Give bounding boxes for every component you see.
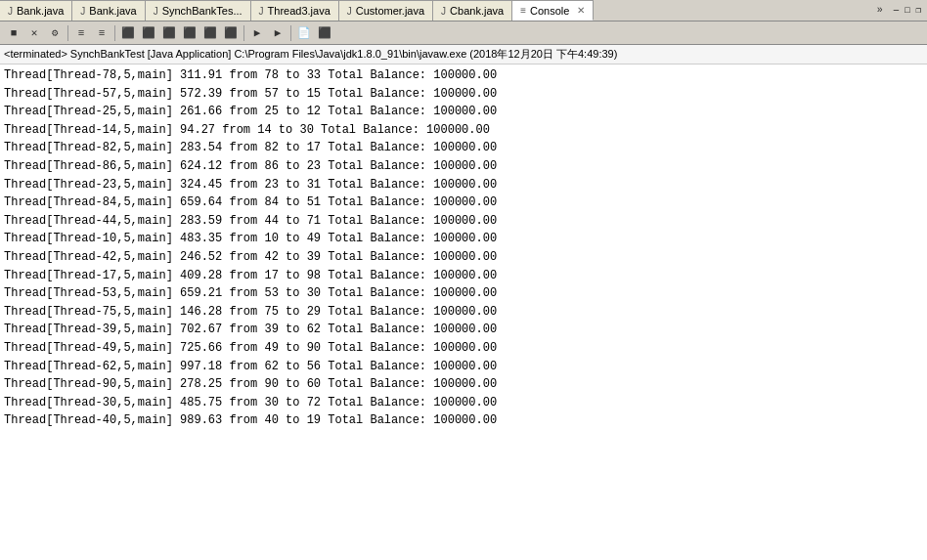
maximize-button[interactable]: □ [903, 6, 911, 16]
tab-list-button[interactable]: » [874, 4, 886, 17]
toolbar-separator-2 [114, 25, 115, 41]
tab-label-console: Console [530, 5, 569, 17]
tab-bank-java-1[interactable]: J Bank.java [0, 0, 72, 21]
tab-synchbanktest[interactable]: J SynchBankTes... [146, 0, 251, 21]
run-button[interactable]: ▶ [247, 23, 267, 43]
word-wrap-button[interactable]: ≡ [92, 23, 111, 43]
tab-bar: J Bank.java J Bank.java J SynchBankTes..… [0, 0, 927, 22]
tab-label-2: Bank.java [89, 5, 136, 17]
tab-customer[interactable]: J Customer.java [339, 0, 433, 21]
terminate-button[interactable]: ■ [4, 23, 23, 43]
console-line: Thread[Thread-25,5,main] 261.66 from 25 … [4, 103, 923, 121]
toolbar: ■ ✕ ⚙ ≡ ≡ ⬛ ⬛ ⬛ ⬛ ⬛ ⬛ ▶ ▶ 📄 ⬛ [0, 22, 927, 45]
toolbar-separator-3 [243, 25, 244, 41]
console-output[interactable]: Thread[Thread-78,5,main] 311.91 from 78 … [0, 65, 927, 560]
toolbar-separator-4 [290, 25, 291, 41]
tab-console[interactable]: ≡ Console ✕ [512, 0, 594, 21]
paste-button[interactable]: ⬛ [139, 23, 158, 43]
status-bar: <terminated> SynchBankTest [Java Applica… [0, 45, 927, 65]
window-controls: — □ ❐ [892, 5, 923, 16]
cut-button[interactable]: ⬛ [159, 23, 179, 43]
find-button[interactable]: ⬛ [180, 23, 199, 43]
console-line: Thread[Thread-23,5,main] 324.45 from 23 … [4, 176, 923, 194]
console-line: Thread[Thread-49,5,main] 725.66 from 49 … [4, 339, 923, 358]
minimize-button[interactable]: — [892, 6, 901, 16]
tab-bank-java-2[interactable]: J Bank.java [72, 0, 145, 21]
tab-close-button[interactable]: ✕ [577, 5, 585, 16]
console-line: Thread[Thread-39,5,main] 702.67 from 39 … [4, 321, 923, 339]
java-file-icon-6: J [441, 6, 446, 17]
java-file-icon-1: J [8, 6, 13, 17]
java-file-icon-4: J [259, 6, 264, 17]
console-line: Thread[Thread-40,5,main] 989.63 from 40 … [4, 411, 923, 430]
toolbar-separator-1 [67, 25, 68, 41]
console-wrapper: Thread[Thread-78,5,main] 311.91 from 78 … [0, 65, 927, 560]
restore-button[interactable]: ❐ [914, 5, 923, 16]
run-all-button[interactable]: ▶ [268, 23, 287, 43]
settings-button[interactable]: ⚙ [45, 23, 65, 43]
java-file-icon-2: J [80, 6, 85, 17]
console-line: Thread[Thread-42,5,main] 246.52 from 42 … [4, 248, 923, 267]
console-line: Thread[Thread-30,5,main] 485.75 from 30 … [4, 394, 923, 412]
console-line: Thread[Thread-14,5,main] 94.27 from 14 t… [4, 121, 923, 140]
scroll-lock-button[interactable]: ≡ [71, 23, 91, 43]
console-line: Thread[Thread-17,5,main] 409.28 from 17 … [4, 267, 923, 285]
remove-button[interactable]: ✕ [24, 23, 44, 43]
console-line: Thread[Thread-57,5,main] 572.39 from 57 … [4, 85, 923, 104]
console-line: Thread[Thread-62,5,main] 997.18 from 62 … [4, 358, 923, 376]
tab-label-4: Thread3.java [268, 5, 331, 17]
java-file-icon-3: J [154, 6, 158, 17]
console-line: Thread[Thread-86,5,main] 624.12 from 86 … [4, 157, 923, 176]
console-line: Thread[Thread-44,5,main] 283.59 from 44 … [4, 212, 923, 231]
copy-button[interactable]: ⬛ [118, 23, 138, 43]
console-line: Thread[Thread-84,5,main] 659.64 from 84 … [4, 194, 923, 212]
console-line: Thread[Thread-75,5,main] 146.28 from 75 … [4, 303, 923, 322]
console-icon: ≡ [520, 5, 526, 16]
console-line: Thread[Thread-90,5,main] 278.25 from 90 … [4, 375, 923, 394]
java-file-icon-5: J [347, 6, 352, 17]
tab-end-controls: » — □ ❐ [870, 0, 927, 21]
tab-label-3: SynchBankTes... [162, 5, 243, 17]
tab-label-6: Cbank.java [450, 5, 504, 17]
status-text: <terminated> SynchBankTest [Java Applica… [4, 47, 617, 62]
console-line: Thread[Thread-78,5,main] 311.91 from 78 … [4, 66, 923, 85]
new-file-button[interactable]: 📄 [294, 23, 314, 43]
console-line: Thread[Thread-53,5,main] 659.21 from 53 … [4, 284, 923, 303]
console-line: Thread[Thread-10,5,main] 483.35 from 10 … [4, 230, 923, 248]
console-line: Thread[Thread-82,5,main] 283.54 from 82 … [4, 139, 923, 157]
tab-label-1: Bank.java [17, 5, 64, 17]
tab-thread3[interactable]: J Thread3.java [251, 0, 339, 21]
tab-label-5: Customer.java [356, 5, 424, 17]
export-button[interactable]: ⬛ [221, 23, 241, 43]
tab-cbank[interactable]: J Cbank.java [433, 0, 512, 21]
filter-button[interactable]: ⬛ [200, 23, 220, 43]
pin-button[interactable]: ⬛ [315, 23, 334, 43]
